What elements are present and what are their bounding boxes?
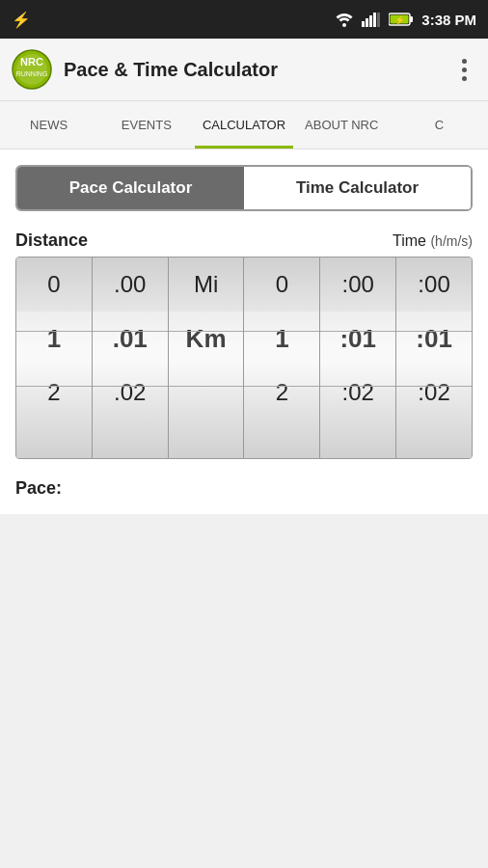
picker-item: Mi xyxy=(169,258,244,312)
picker-item: :00 xyxy=(320,258,395,312)
picker-item-selected: Km xyxy=(169,312,244,366)
svg-rect-4 xyxy=(377,13,380,27)
svg-rect-1 xyxy=(366,18,368,27)
tab-more[interactable]: C xyxy=(391,101,488,149)
tab-news[interactable]: News xyxy=(0,101,97,149)
picker-item-selected: :01 xyxy=(320,312,395,366)
status-bar: ⚡ ⚡ 3:38 PM xyxy=(0,0,488,39)
svg-text:⚡: ⚡ xyxy=(394,14,406,26)
picker-item: 0 xyxy=(244,258,319,312)
time-seconds-column[interactable]: :00 :01 :02 xyxy=(396,258,472,458)
overflow-dot-3 xyxy=(462,76,467,81)
picker-item: :00 xyxy=(396,258,472,312)
tab-about-nrc[interactable]: About NRC xyxy=(293,101,391,149)
main-content: Pace Calculator Time Calculator Distance… xyxy=(0,149,488,514)
picker-item: 2 xyxy=(16,366,92,420)
picker-item: .02 xyxy=(93,366,168,420)
picker-item xyxy=(169,366,244,420)
dist-whole-column[interactable]: 0 1 2 xyxy=(16,258,93,458)
wifi-icon xyxy=(335,12,354,27)
nav-tabs: News Events Calculator About NRC C xyxy=(0,101,488,149)
distance-label: Distance xyxy=(15,231,88,251)
calculator-toggle: Pace Calculator Time Calculator xyxy=(15,165,473,211)
app-logo: NRC RUNNING xyxy=(12,49,52,90)
picker-item: .00 xyxy=(93,258,168,312)
picker-item-selected: 1 xyxy=(16,312,92,366)
svg-rect-3 xyxy=(373,13,376,27)
picker-item: 0 xyxy=(16,258,92,312)
overflow-dot-1 xyxy=(462,59,467,64)
picker-item: :02 xyxy=(320,366,395,420)
battery-icon: ⚡ xyxy=(389,12,414,27)
picker-item-selected: .01 xyxy=(93,312,168,366)
usb-icon: ⚡ xyxy=(12,11,31,29)
time-calculator-button[interactable]: Time Calculator xyxy=(244,167,471,209)
svg-rect-6 xyxy=(410,16,413,22)
picker-item: 2 xyxy=(244,366,319,420)
svg-rect-0 xyxy=(362,21,365,27)
svg-text:NRC: NRC xyxy=(20,56,43,68)
pace-section: Pace: xyxy=(15,478,473,499)
dist-decimal-column[interactable]: .00 .01 .02 xyxy=(93,258,169,458)
app-bar: NRC RUNNING Pace & Time Calculator xyxy=(0,39,488,101)
picker-header: Distance Time (h/m/s) xyxy=(15,231,473,251)
tab-events[interactable]: Events xyxy=(97,101,195,149)
picker-container[interactable]: 0 1 2 .00 .01 .02 Mi Km 0 1 2 :00 :01 :0… xyxy=(15,257,473,459)
signal-icon xyxy=(362,12,381,27)
picker-item-selected: 1 xyxy=(244,312,319,366)
svg-rect-2 xyxy=(369,15,372,27)
status-time: 3:38 PM xyxy=(421,12,476,28)
overflow-menu-button[interactable] xyxy=(452,51,476,89)
pace-label: Pace: xyxy=(15,478,62,498)
pace-calculator-button[interactable]: Pace Calculator xyxy=(17,167,244,209)
time-minutes-column[interactable]: :00 :01 :02 xyxy=(320,258,396,458)
time-hours-column[interactable]: 0 1 2 xyxy=(244,258,320,458)
app-title: Pace & Time Calculator xyxy=(64,59,452,81)
dist-unit-column[interactable]: Mi Km xyxy=(169,258,245,458)
picker-item: :02 xyxy=(396,366,472,420)
picker-item-selected: :01 xyxy=(396,312,472,366)
time-label: Time (h/m/s) xyxy=(393,232,473,250)
svg-text:RUNNING: RUNNING xyxy=(16,70,48,77)
overflow-dot-2 xyxy=(462,68,467,72)
tab-calculator[interactable]: Calculator xyxy=(195,101,292,149)
